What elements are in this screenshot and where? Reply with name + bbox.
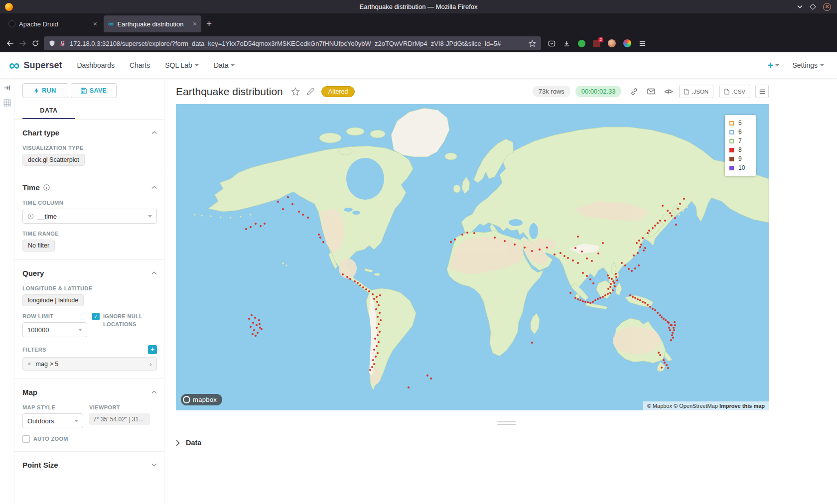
map-style-select[interactable]: Outdoors [22, 413, 83, 428]
share-email-icon[interactable] [647, 88, 655, 95]
menu-hamburger-icon[interactable] [639, 40, 646, 47]
filter-chip[interactable]: × mag > 5 › [22, 357, 157, 371]
tab-close-icon[interactable]: × [193, 20, 197, 28]
tab-apache-druid[interactable]: Apache Druid × [4, 15, 102, 32]
legend-item[interactable]: 7 [729, 137, 749, 144]
viewport-value[interactable]: 7° 35' 54.02" | 31... [89, 413, 150, 425]
superset-logo[interactable]: ∞ Superset [9, 59, 62, 72]
window-minimize-button[interactable] [797, 5, 803, 8]
earthquake-point [629, 294, 631, 296]
earthquake-point [380, 319, 382, 321]
pocket-icon[interactable] [548, 40, 556, 47]
earthquake-point [634, 297, 636, 299]
earthquake-point [376, 296, 378, 298]
export-json-button[interactable]: .JSON [679, 85, 713, 98]
new-tab-button[interactable]: + [206, 18, 212, 29]
add-filter-button[interactable]: + [148, 345, 157, 354]
save-button[interactable]: SAVE [71, 83, 117, 98]
back-button[interactable] [6, 39, 14, 47]
viz-type-chip[interactable]: deck.gl Scatterplot [22, 154, 85, 166]
section-map[interactable]: Map [22, 379, 157, 397]
earthquake-point [357, 282, 359, 284]
nav-dashboards[interactable]: Dashboards [77, 61, 115, 69]
chart-menu-button[interactable] [755, 85, 769, 98]
nav-sql-lab[interactable]: SQL Lab [165, 61, 199, 69]
export-csv-button[interactable]: .CSV [719, 85, 750, 98]
section-time[interactable]: Time [22, 174, 157, 193]
insecure-lock-icon[interactable] [59, 40, 66, 47]
tracking-shield-icon[interactable] [49, 40, 55, 47]
window-close-button[interactable]: ✕ [823, 3, 831, 11]
nav-data[interactable]: Data [214, 61, 235, 69]
data-panel-title: Data [186, 439, 201, 447]
tab-earthquake-distribution[interactable]: ∞ Earthquake distribution × [104, 15, 201, 32]
bookmark-star-icon[interactable] [529, 40, 536, 47]
extension-green-icon[interactable] [578, 40, 585, 47]
section-chart-type[interactable]: Chart type [22, 120, 157, 138]
earthquake-point [250, 326, 252, 328]
account-avatar[interactable] [608, 39, 616, 47]
legend-label: 5 [738, 120, 742, 126]
legend-item[interactable]: 6 [729, 128, 749, 135]
earthquake-point [608, 277, 610, 279]
dataset-grid-icon[interactable] [3, 99, 11, 107]
downloads-icon[interactable] [563, 40, 570, 47]
remove-filter-icon[interactable]: × [27, 360, 31, 368]
auto-zoom-checkbox[interactable] [22, 435, 30, 443]
caret-down-icon [148, 215, 152, 218]
legend-label: 8 [738, 146, 742, 153]
legend-item[interactable]: 9 [729, 155, 749, 162]
map-attribution[interactable]: © Mapbox © OpenStreetMap Improve this ma… [643, 401, 769, 410]
extension-pinwheel-icon[interactable] [623, 39, 631, 47]
mapbox-logo[interactable]: mapbox [181, 394, 222, 405]
tab-close-icon[interactable]: × [93, 20, 97, 28]
legend-item[interactable]: 8 [729, 146, 749, 153]
edit-properties-icon[interactable] [306, 88, 314, 96]
section-point-size[interactable]: Point Size [22, 452, 157, 470]
panel-resize-handle[interactable] [497, 421, 516, 425]
window-maximize-button[interactable] [810, 3, 816, 10]
earthquake-point [677, 208, 679, 210]
forward-button[interactable] [19, 39, 27, 47]
browser-url-bar: 172.18.0.3:32108/superset/explore/?form_… [0, 34, 837, 52]
earthquake-point [671, 324, 673, 326]
run-button[interactable]: RUN [22, 83, 68, 98]
reload-button[interactable] [32, 40, 39, 47]
earthquake-point [582, 300, 584, 302]
earthquake-point [658, 352, 660, 354]
row-limit-select[interactable]: 100000 [22, 322, 87, 337]
earthquake-point [554, 253, 556, 255]
chevron-up-icon [151, 271, 157, 275]
earthquake-point [671, 334, 673, 336]
earthquake-point [319, 237, 321, 239]
earthquake-point [372, 293, 374, 295]
section-query[interactable]: Query [22, 260, 157, 278]
nav-add-button[interactable]: + [768, 60, 780, 71]
copy-link-icon[interactable] [630, 88, 638, 96]
earthquake-point [365, 288, 367, 290]
nav-charts[interactable]: Charts [130, 61, 150, 69]
data-results-panel[interactable]: Data [176, 431, 769, 447]
legend-item[interactable]: 5 [729, 120, 749, 126]
map-canvas[interactable]: 5678910 mapbox © Mapbox © OpenStreetMap … [176, 104, 769, 410]
tab-data[interactable]: DATA [22, 102, 75, 119]
extension-red-icon[interactable]: 2 [593, 40, 600, 47]
earthquake-point [654, 225, 656, 227]
time-range-chip[interactable]: No filter [22, 240, 55, 252]
embed-code-icon[interactable]: </> [664, 88, 672, 95]
legend-item[interactable]: 10 [729, 164, 749, 171]
expand-panel-icon[interactable] [3, 84, 11, 92]
earthquake-point [628, 268, 630, 270]
nav-settings[interactable]: Settings [792, 61, 824, 69]
time-column-select[interactable]: __time [22, 209, 157, 224]
improve-map-link[interactable]: Improve this map [719, 403, 765, 409]
ignore-null-checkbox[interactable]: ✓ [92, 313, 100, 320]
lonlat-chip[interactable]: longitude | latitude [22, 294, 84, 306]
map-style-label: MAP STYLE [22, 404, 83, 410]
earthquake-point [591, 260, 593, 262]
url-text[interactable]: 172.18.0.3:32108/superset/explore/?form_… [70, 40, 525, 47]
earthquake-point [251, 314, 253, 316]
favorite-star-icon[interactable] [291, 87, 300, 96]
altered-badge[interactable]: Altered [321, 86, 355, 97]
address-input[interactable]: 172.18.0.3:32108/superset/explore/?form_… [44, 36, 541, 50]
